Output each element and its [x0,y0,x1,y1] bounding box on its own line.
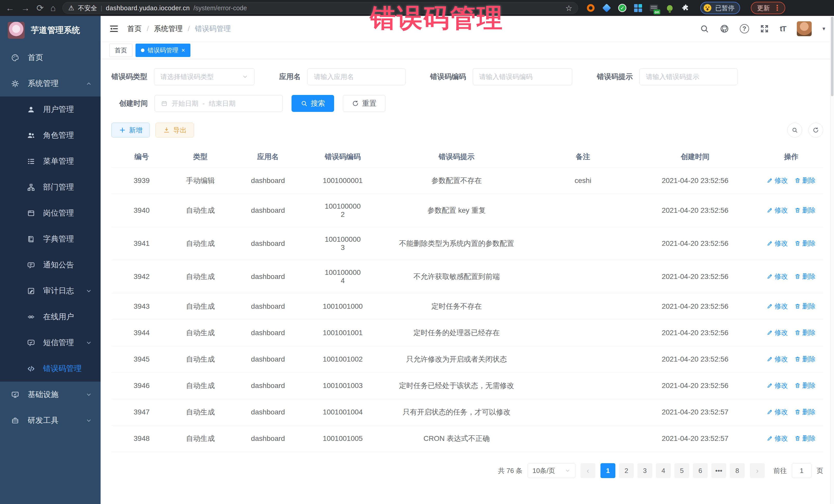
fullscreen-icon[interactable] [760,24,769,34]
page-size-select[interactable]: 10条/页 [528,463,575,478]
reset-button[interactable]: 重置 [343,95,386,112]
delete-link[interactable]: 删除 [794,206,815,215]
app-name-input[interactable]: 请输入应用名 [307,68,405,85]
cell-memo [535,425,631,452]
browser-home-icon[interactable]: ⌂ [50,4,56,12]
sidebar-item-label: 研发工具 [28,415,59,426]
address-bar[interactable]: ⚠ 不安全 | dashboard.yudao.iocoder.cn/syste… [62,2,578,14]
browser-reload-icon[interactable]: ⟳ [37,4,44,12]
extension-list-on-icon[interactable]: on [650,4,658,12]
browser-forward-icon[interactable]: → [21,4,30,12]
tab-label: 首页 [115,46,127,54]
extension-blue-gem-icon[interactable] [602,4,611,12]
sidebar-item-0[interactable]: 首页 [0,45,101,70]
page-button-2[interactable]: 2 [619,463,634,478]
delete-link[interactable]: 删除 [794,328,815,337]
delete-link[interactable]: 删除 [794,176,815,185]
browser-back-icon[interactable]: ← [6,4,14,12]
cell-app: dashboard [229,346,307,373]
cell-id: 3945 [111,346,172,373]
refresh-table-button[interactable] [808,123,823,137]
delete-link[interactable]: 删除 [794,434,815,443]
page-scrollbar[interactable] [830,16,834,504]
page-button-3[interactable]: 3 [637,463,652,478]
error-code-input[interactable]: 请输入错误码编码 [473,68,572,85]
sidebar-item-10[interactable]: 在线用户 [0,304,101,330]
delete-link[interactable]: 删除 [794,381,815,390]
sidebar-item-9[interactable]: 审计日志 [0,278,101,304]
date-end-placeholder[interactable]: 结束日期 [209,99,236,108]
page-button-5[interactable]: 5 [674,463,689,478]
page-ellipsis[interactable]: ••• [711,463,726,478]
edit-link[interactable]: 修改 [767,355,788,364]
extension-green-check-icon[interactable]: ✓ [618,4,627,12]
edit-link[interactable]: 修改 [767,381,788,390]
date-range-picker[interactable]: 开始日期 - 结束日期 [154,95,283,112]
error-msg-input[interactable]: 请输入错误码提示 [639,68,738,85]
user-dropdown-caret-icon[interactable]: ▾ [822,25,825,32]
edit-link[interactable]: 修改 [767,206,788,215]
edit-link[interactable]: 修改 [767,408,788,416]
next-page-button[interactable]: › [750,463,765,478]
scrollbar-thumb[interactable] [831,17,833,96]
search-icon[interactable] [700,24,709,34]
sidebar-item-7[interactable]: 字典管理 [0,226,101,252]
sidebar-item-3[interactable]: 角色管理 [0,123,101,148]
github-icon[interactable] [720,24,729,34]
page-button-1[interactable]: 1 [600,463,615,478]
cell-ops: 修改删除 [759,425,823,452]
export-button[interactable]: 导出 [155,123,194,137]
browser-menu-icon[interactable]: ⋮ [773,4,781,12]
edit-link[interactable]: 修改 [767,239,788,248]
extension-orange-ring-icon[interactable] [586,4,595,12]
delete-link[interactable]: 删除 [794,302,815,311]
sidebar-item-5[interactable]: 部门管理 [0,174,101,200]
breadcrumb-home[interactable]: 首页 [127,24,142,34]
profile-paused-badge[interactable]: 已暂停 [700,2,740,14]
toggle-search-button[interactable] [787,123,802,137]
prev-page-button[interactable]: ‹ [580,463,595,478]
tab-0[interactable]: 首页 [109,44,132,57]
sidebar-item-8[interactable]: 通知公告 [0,252,101,278]
bookmark-star-icon[interactable]: ☆ [565,4,572,13]
user-avatar[interactable] [797,21,812,36]
extension-grid-icon[interactable] [634,4,642,12]
extensions-puzzle-icon[interactable] [681,4,690,12]
delete-link[interactable]: 删除 [794,239,815,248]
sidebar-item-1[interactable]: 系统管理 [0,70,101,96]
delete-link[interactable]: 删除 [794,355,815,364]
page-button-8[interactable]: 8 [730,463,745,478]
page-button-4[interactable]: 4 [656,463,671,478]
search-button[interactable]: 搜索 [291,95,334,112]
date-start-placeholder[interactable]: 开始日期 [172,99,198,108]
delete-link[interactable]: 删除 [794,272,815,281]
edit-link[interactable]: 修改 [767,272,788,281]
sidebar-item-14[interactable]: 研发工具 [0,408,101,434]
edit-link[interactable]: 修改 [767,302,788,311]
sidebar-item-11[interactable]: 短信管理 [0,330,101,356]
close-icon[interactable]: × [181,47,185,54]
browser-update-button[interactable]: 更新 ⋮ [751,2,785,14]
extension-plant-icon[interactable] [665,4,674,12]
help-icon[interactable]: ? [740,24,749,34]
add-button[interactable]: 新增 [111,123,150,137]
sidebar-item-13[interactable]: 基础设施 [0,381,101,408]
page-button-6[interactable]: 6 [693,463,708,478]
security-label[interactable]: 不安全 [78,4,97,12]
breadcrumb-system[interactable]: 系统管理 [154,24,183,34]
error-type-select[interactable]: 请选择错误码类型 [154,68,255,85]
sidebar-item-6[interactable]: 岗位管理 [0,200,101,226]
sidebar-item-4[interactable]: 菜单管理 [0,148,101,174]
goto-page-input[interactable] [792,463,811,478]
sidebar-logo[interactable]: 芋道管理系统 [0,16,101,45]
cell-app: dashboard [229,373,307,399]
sidebar-item-12[interactable]: 错误码管理 [0,356,101,381]
hamburger-icon[interactable] [109,24,118,34]
edit-link[interactable]: 修改 [767,328,788,337]
font-size-icon[interactable]: tT [780,24,786,33]
delete-link[interactable]: 删除 [794,408,815,416]
edit-link[interactable]: 修改 [767,434,788,443]
edit-link[interactable]: 修改 [767,176,788,185]
sidebar-item-2[interactable]: 用户管理 [0,96,101,123]
tab-1[interactable]: 错误码管理× [135,44,191,57]
